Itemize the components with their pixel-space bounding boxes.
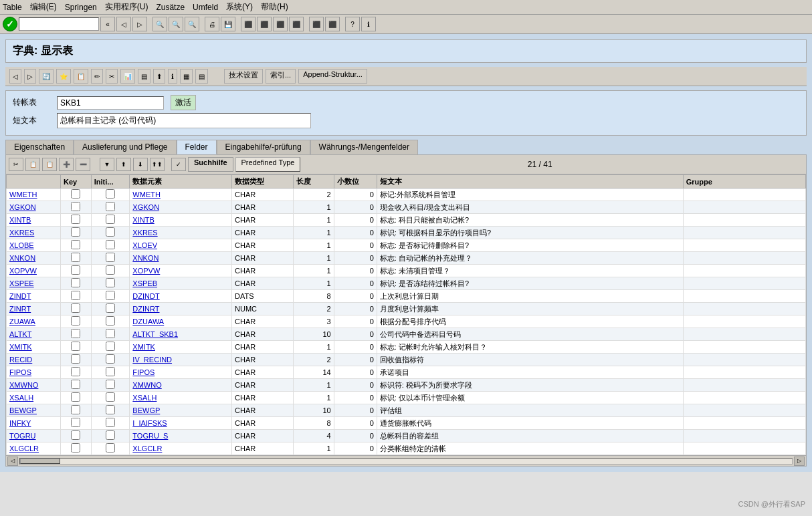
- init-checkbox[interactable]: [106, 215, 115, 224]
- col-header-init[interactable]: Initi...: [91, 175, 130, 188]
- table-copy-btn[interactable]: 📋: [25, 158, 40, 171]
- init-checkbox[interactable]: [106, 227, 115, 237]
- cell-data-elem[interactable]: XMITK: [130, 341, 232, 354]
- init-checkbox[interactable]: [106, 189, 115, 199]
- init-checkbox[interactable]: [106, 405, 115, 414]
- tool2-btn[interactable]: ⬛: [257, 17, 272, 31]
- search-btn[interactable]: 🔍: [153, 17, 167, 31]
- cell-key[interactable]: [60, 341, 91, 354]
- cell-field[interactable]: ZINRT: [7, 303, 61, 315]
- key-checkbox[interactable]: [71, 418, 80, 427]
- cell-field[interactable]: XGKON: [7, 201, 61, 214]
- cell-key[interactable]: [60, 430, 91, 442]
- cell-field[interactable]: XNKON: [7, 252, 61, 265]
- cell-init[interactable]: [91, 214, 130, 227]
- cell-field[interactable]: XOPVW: [7, 265, 61, 277]
- key-checkbox[interactable]: [71, 354, 80, 364]
- col-header-key[interactable]: Key: [60, 175, 91, 188]
- cell-data-elem[interactable]: I_IAIFSKS: [130, 417, 232, 430]
- cell-data-elem[interactable]: BEWGP: [130, 404, 232, 417]
- col-header-data-elem[interactable]: 数据元素: [130, 175, 232, 188]
- cell-init[interactable]: [91, 417, 130, 430]
- index-btn[interactable]: 索引...: [266, 69, 296, 84]
- nav-fwd-btn[interactable]: ▷: [132, 17, 147, 31]
- cell-key[interactable]: [60, 379, 91, 392]
- key-checkbox[interactable]: [71, 443, 80, 453]
- init-checkbox[interactable]: [106, 316, 115, 326]
- info-btn[interactable]: ℹ: [361, 17, 376, 31]
- cell-key[interactable]: [60, 201, 91, 214]
- key-checkbox[interactable]: [71, 240, 80, 249]
- key-checkbox[interactable]: [71, 227, 80, 237]
- menu-zusatze[interactable]: Zusätze: [156, 3, 185, 12]
- tool5-btn[interactable]: ⬛: [309, 17, 324, 31]
- cell-init[interactable]: [91, 188, 130, 201]
- init-checkbox[interactable]: [106, 418, 115, 427]
- cell-field[interactable]: XLOBE: [7, 239, 61, 252]
- search3-btn[interactable]: 🔍: [185, 17, 199, 31]
- suchhilfe-btn[interactable]: Suchhilfe: [188, 157, 233, 172]
- menu-system[interactable]: 系统(Y): [226, 1, 253, 13]
- table-scroll[interactable]: Key Initi... 数据元素 数据类型 长度 小数位 短文本 Gruppe…: [6, 174, 806, 455]
- table-paste-btn[interactable]: 📋: [42, 158, 57, 171]
- key-checkbox[interactable]: [71, 303, 80, 313]
- cell-init[interactable]: [91, 239, 130, 252]
- init-checkbox[interactable]: [106, 291, 115, 300]
- tab-felder[interactable]: Felder: [177, 140, 217, 154]
- key-checkbox[interactable]: [71, 291, 80, 300]
- bookmark-btn[interactable]: ⭐: [56, 69, 71, 84]
- col-header-decimal[interactable]: 小数位: [334, 175, 377, 188]
- table-top-btn[interactable]: ⬆⬆: [150, 158, 165, 171]
- cell-init[interactable]: [91, 290, 130, 303]
- back-btn[interactable]: ◁: [9, 69, 21, 84]
- cell-key[interactable]: [60, 265, 91, 277]
- nav-prev-btn[interactable]: «: [100, 17, 115, 31]
- init-checkbox[interactable]: [106, 265, 115, 275]
- tab-eingabehilfe[interactable]: Eingabehilfe/-prüfung: [217, 140, 310, 154]
- cell-init[interactable]: [91, 379, 130, 392]
- ok-button[interactable]: ✓: [3, 17, 17, 31]
- scroll-left-btn[interactable]: ◁: [7, 457, 18, 466]
- tab-auslieferung[interactable]: Auslieferung und Pflege: [74, 140, 176, 154]
- cell-init[interactable]: [91, 430, 130, 442]
- tool1-btn[interactable]: ⬛: [241, 17, 256, 31]
- init-checkbox[interactable]: [106, 342, 115, 351]
- cell-field[interactable]: XMWNO: [7, 379, 61, 392]
- h-scroll-thumb[interactable]: [20, 459, 60, 464]
- table-del-btn[interactable]: ➖: [76, 158, 90, 171]
- table-add-btn[interactable]: ➕: [59, 158, 74, 171]
- init-checkbox[interactable]: [106, 392, 115, 402]
- cell-init[interactable]: [91, 354, 130, 366]
- cell-data-elem[interactable]: WMETH: [130, 188, 232, 201]
- cell-data-elem[interactable]: TOGRU_S: [130, 430, 232, 442]
- forward-btn[interactable]: ▷: [24, 69, 36, 84]
- chart-btn[interactable]: 📊: [120, 69, 135, 84]
- init-checkbox[interactable]: [106, 278, 115, 287]
- tool4-btn[interactable]: ⬛: [289, 17, 304, 31]
- key-checkbox[interactable]: [71, 202, 80, 211]
- cell-key[interactable]: [60, 303, 91, 315]
- tool3-btn[interactable]: ⬛: [273, 17, 288, 31]
- copy2-btn[interactable]: 📋: [74, 69, 88, 84]
- cell-field[interactable]: ALTKT: [7, 328, 61, 341]
- init-checkbox[interactable]: [106, 303, 115, 313]
- edit-btn[interactable]: ✏: [91, 69, 103, 84]
- cell-key[interactable]: [60, 404, 91, 417]
- cell-data-elem[interactable]: XGKON: [130, 201, 232, 214]
- info2-btn[interactable]: ℹ: [168, 69, 177, 84]
- key-checkbox[interactable]: [71, 342, 80, 351]
- cell-data-elem[interactable]: XNKON: [130, 252, 232, 265]
- cell-data-elem[interactable]: FIPOS: [130, 366, 232, 379]
- cell-init[interactable]: [91, 442, 130, 455]
- cell-data-elem[interactable]: XOPVW: [130, 265, 232, 277]
- cell-key[interactable]: [60, 252, 91, 265]
- cell-data-elem[interactable]: DZINDT: [130, 290, 232, 303]
- cell-init[interactable]: [91, 392, 130, 404]
- menu-table[interactable]: Table: [3, 3, 22, 12]
- command-input[interactable]: [19, 17, 99, 31]
- cell-key[interactable]: [60, 277, 91, 290]
- key-checkbox[interactable]: [71, 316, 80, 326]
- cell-key[interactable]: [60, 366, 91, 379]
- col-header-gruppe[interactable]: Gruppe: [683, 175, 805, 188]
- cell-init[interactable]: [91, 277, 130, 290]
